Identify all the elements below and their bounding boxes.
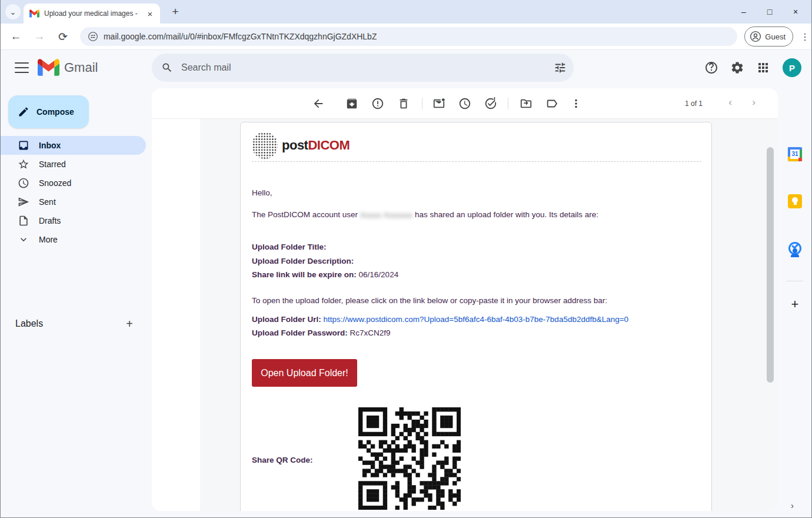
sidebar-item-starred[interactable]: Starred (0, 155, 146, 174)
redacted-username: Xxxxx Xxxxxxx (360, 211, 412, 220)
label-icon[interactable] (545, 97, 558, 110)
new-tab-button[interactable]: + (168, 5, 182, 19)
chevron-down-icon (18, 234, 29, 245)
gmail-wordmark: Gmail (64, 60, 98, 75)
sidebar-item-label: Drafts (39, 216, 61, 225)
mail-reading-pane: 1 of 1 ‹ › postDICOM Hello, The PostDIC (152, 88, 778, 511)
upload-url-label: Upload Folder Url: (252, 315, 321, 324)
gmail-logo[interactable]: Gmail (38, 59, 98, 76)
tab-search-button[interactable]: ⌄ (5, 4, 21, 19)
expire-label: Share link will be expire on: (252, 270, 357, 279)
folder-details: Upload Folder Title: Upload Folder Descr… (252, 240, 398, 282)
draft-file-icon (18, 215, 29, 227)
brand-post: post (282, 138, 308, 152)
reload-button[interactable]: ⟳ (55, 29, 71, 44)
intro-after: has shared an upload folder with you. It… (415, 210, 598, 219)
gmail-app: Gmail P Compose (0, 50, 812, 518)
more-options-icon[interactable] (570, 97, 583, 110)
window-minimize-button[interactable]: – (731, 0, 757, 24)
sidebar-item-sent[interactable]: Sent (0, 192, 146, 211)
sidebar-item-snoozed[interactable]: Snoozed (0, 174, 146, 192)
profile-avatar[interactable]: P (783, 58, 801, 77)
browser-tab-strip: ⌄ Upload your medical images - P × + – □… (0, 0, 812, 24)
sidebar-item-more[interactable]: More (0, 230, 146, 249)
browser-tab[interactable]: Upload your medical images - P × (24, 4, 160, 24)
older-email-button[interactable]: › (747, 97, 761, 108)
send-icon (18, 196, 29, 208)
person-icon (750, 31, 761, 42)
search-bar[interactable] (152, 54, 574, 82)
search-input[interactable] (181, 62, 554, 73)
window-close-button[interactable]: × (783, 0, 808, 24)
apps-grid-icon[interactable] (756, 61, 770, 75)
upload-url-line: Upload Folder Url: https://www.postdicom… (252, 315, 628, 324)
calendar-day: 31 (788, 151, 802, 157)
clock-icon (18, 177, 29, 189)
compose-label: Compose (36, 107, 74, 117)
email-content-box: postDICOM Hello, The PostDICOM account u… (240, 122, 712, 511)
folder-description-label: Upload Folder Description: (252, 257, 354, 265)
sidebar-item-label: Starred (39, 160, 66, 169)
sidebar-item-drafts[interactable]: Drafts (0, 211, 146, 230)
email-reading-area: postDICOM Hello, The PostDICOM account u… (152, 119, 778, 511)
intro-text: The PostDICOM account user Xxxxx Xxxxxxx… (252, 210, 598, 219)
add-label-button[interactable]: + (126, 317, 133, 331)
sidebar-item-label: More (39, 235, 58, 244)
upload-folder-link[interactable]: https://www.postdicom.com?Upload=5bf6afc… (324, 315, 629, 324)
back-to-inbox-icon[interactable] (312, 97, 325, 110)
brand-dicom: DICOM (308, 138, 350, 152)
main-menu-icon[interactable] (15, 62, 29, 73)
profile-guest-button[interactable]: Guest (744, 26, 793, 47)
email-body-area: postDICOM Hello, The PostDICOM account u… (200, 119, 778, 511)
chevron-down-icon: ⌄ (10, 8, 16, 16)
snooze-icon[interactable] (458, 97, 471, 110)
move-to-icon[interactable] (520, 97, 533, 110)
sidebar-item-inbox[interactable]: Inbox (0, 136, 146, 155)
calendar-icon[interactable]: 31 (788, 147, 802, 161)
back-button[interactable]: ← (8, 29, 24, 44)
delete-icon[interactable] (397, 97, 410, 110)
sidebar-item-label: Sent (39, 197, 56, 207)
forward-button[interactable]: → (32, 29, 47, 44)
open-upload-folder-label: Open Upload Folder! (261, 368, 348, 378)
keep-icon[interactable] (788, 194, 802, 208)
hide-side-panel-button[interactable]: › (791, 500, 794, 510)
postdicom-logo: postDICOM (252, 132, 350, 159)
password-line: Upload Folder Password: Rc7xCN2f9 (252, 328, 391, 337)
open-upload-folder-button[interactable]: Open Upload Folder! (252, 359, 357, 387)
help-icon[interactable] (704, 61, 718, 75)
newer-email-button[interactable]: ‹ (723, 97, 737, 108)
archive-icon[interactable] (345, 97, 358, 110)
sidebar-item-label: Snoozed (39, 178, 71, 188)
tab-title: Upload your medical images - P (44, 9, 138, 18)
mark-unread-icon[interactable] (432, 97, 445, 110)
settings-gear-icon[interactable] (730, 61, 744, 75)
sidebar-item-label: Inbox (39, 141, 61, 150)
contacts-icon[interactable] (788, 246, 802, 260)
add-to-tasks-icon[interactable] (484, 97, 497, 110)
postdicom-globe-icon (252, 132, 278, 159)
tab-close-icon[interactable]: × (145, 8, 155, 19)
search-icon[interactable] (161, 62, 173, 74)
address-bar[interactable]: mail.google.com/mail/u/0/#inbox/FMfcgzGx… (80, 27, 737, 46)
window-maximize-button[interactable]: □ (757, 0, 783, 24)
site-settings-icon[interactable] (88, 32, 98, 41)
url-text[interactable]: mail.google.com/mail/u/0/#inbox/FMfcgzGx… (104, 32, 377, 41)
labels-header: Labels (15, 318, 43, 329)
pagination-count: 1 of 1 (685, 99, 703, 108)
get-addons-button[interactable]: + (788, 297, 802, 311)
browser-menu-button[interactable]: ⋮ (798, 29, 812, 44)
compose-button[interactable]: Compose (8, 95, 89, 128)
expire-value: 06/16/2024 (359, 270, 399, 279)
folder-title-label: Upload Folder Title: (252, 243, 327, 251)
qr-code-image (358, 407, 461, 510)
right-side-panel: 31 + › (778, 88, 812, 518)
gmail-m-icon (38, 59, 59, 76)
browser-toolbar: ← → ⟳ mail.google.com/mail/u/0/#inbox/FM… (0, 24, 812, 50)
report-spam-icon[interactable] (371, 97, 384, 110)
star-icon (18, 158, 29, 170)
email-scrollbar[interactable] (767, 147, 774, 383)
search-filter-icon[interactable] (554, 61, 567, 74)
rail-divider (787, 281, 803, 281)
password-value: Rc7xCN2f9 (350, 328, 391, 337)
